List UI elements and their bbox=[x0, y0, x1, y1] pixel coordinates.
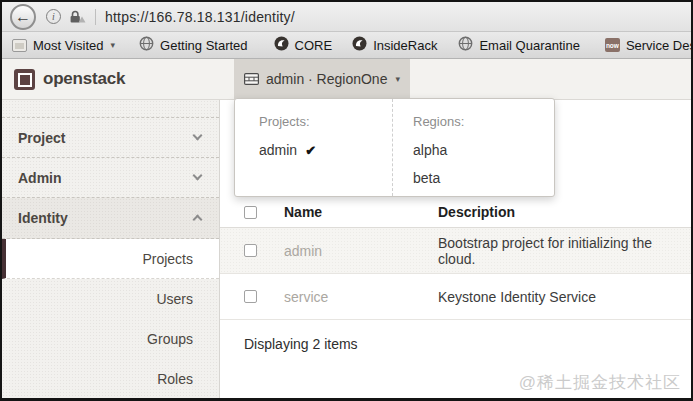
toolbar-separator bbox=[95, 9, 96, 25]
select-all-checkbox[interactable] bbox=[244, 206, 257, 219]
browser-window: ← i https://166.78.18.131/identity/ Most… bbox=[0, 0, 693, 401]
bookmark-core[interactable]: CORE bbox=[274, 36, 333, 54]
now-badge-icon: now bbox=[605, 38, 620, 52]
sidebar-spacer bbox=[2, 100, 219, 118]
row-checkbox[interactable] bbox=[244, 290, 257, 303]
insecure-lock-icon[interactable] bbox=[68, 10, 86, 24]
popup-project-admin[interactable]: admin ✔ bbox=[259, 142, 392, 158]
sidebar-section-admin[interactable]: Admin bbox=[2, 158, 219, 198]
bookmark-getting-started[interactable]: Getting Started bbox=[139, 36, 247, 54]
url-toolbar: ← i https://166.78.18.131/identity/ bbox=[2, 2, 691, 32]
core-logo-icon bbox=[352, 36, 367, 54]
project-description: Keystone Identity Service bbox=[438, 289, 691, 305]
caret-down-icon: ▾ bbox=[395, 74, 400, 84]
chevron-down-icon bbox=[193, 171, 203, 181]
core-logo-icon bbox=[274, 36, 289, 54]
bookmark-email-quarantine[interactable]: Email Quarantine bbox=[458, 36, 579, 54]
projects-table: Name Description admin Bootstrap project… bbox=[220, 197, 691, 352]
back-button[interactable]: ← bbox=[10, 4, 36, 30]
bookmark-service-desk-online[interactable]: now Service Desk Online bbox=[605, 38, 693, 53]
sidebar-section-identity[interactable]: Identity bbox=[2, 198, 219, 239]
table-footer-count: Displaying 2 items bbox=[220, 336, 691, 352]
popup-regions-column: Regions: alpha beta bbox=[393, 99, 556, 196]
info-icon[interactable]: i bbox=[46, 9, 61, 24]
url-bar[interactable]: https://166.78.18.131/identity/ bbox=[105, 9, 295, 25]
brand[interactable]: openstack bbox=[14, 69, 125, 90]
chevron-up-icon bbox=[193, 215, 203, 225]
globe-icon bbox=[139, 36, 154, 54]
popup-projects-column: Projects: admin ✔ bbox=[235, 99, 393, 196]
bookmark-most-visited[interactable]: Most Visited ▾ bbox=[12, 38, 115, 53]
most-visited-thumbnail-icon bbox=[12, 39, 27, 52]
table-row: admin Bootstrap project for initializing… bbox=[220, 228, 691, 274]
back-arrow-icon: ← bbox=[15, 9, 31, 25]
globe-icon bbox=[458, 36, 473, 54]
projects-label: Projects: bbox=[259, 114, 392, 129]
sidebar-item-users[interactable]: Users bbox=[2, 279, 219, 319]
table-row: service Keystone Identity Service bbox=[220, 274, 691, 320]
check-icon: ✔ bbox=[305, 143, 316, 158]
popup-region-alpha[interactable]: alpha bbox=[413, 142, 556, 158]
column-header-name: Name bbox=[284, 204, 438, 220]
project-name-link[interactable]: service bbox=[284, 289, 328, 305]
brand-name: openstack bbox=[43, 69, 125, 89]
bookmark-insiderack[interactable]: InsideRack bbox=[352, 36, 437, 54]
sidebar-item-roles[interactable]: Roles bbox=[2, 359, 219, 399]
caret-down-icon: ▾ bbox=[111, 40, 116, 50]
sidebar-item-groups[interactable]: Groups bbox=[2, 319, 219, 359]
column-header-description: Description bbox=[438, 204, 691, 220]
chevron-down-icon bbox=[193, 131, 203, 141]
bookmarks-bar: Most Visited ▾ Getting Started CORE Insi… bbox=[2, 32, 691, 59]
switcher-label: admin · RegionOne bbox=[266, 71, 387, 87]
regions-label: Regions: bbox=[413, 114, 556, 129]
grid-icon bbox=[244, 73, 259, 85]
project-region-popup: Projects: admin ✔ Regions: alpha beta bbox=[234, 98, 555, 197]
popup-region-beta[interactable]: beta bbox=[413, 170, 556, 186]
app-header: openstack admin · RegionOne ▾ bbox=[2, 59, 691, 100]
row-checkbox[interactable] bbox=[244, 244, 257, 257]
sidebar-section-project[interactable]: Project bbox=[2, 118, 219, 158]
sidebar: Project Admin Identity Projects Users Gr… bbox=[2, 100, 220, 398]
project-description: Bootstrap project for initializing the c… bbox=[438, 235, 691, 267]
project-name-link[interactable]: admin bbox=[284, 243, 322, 259]
openstack-logo-icon bbox=[14, 69, 35, 90]
project-region-switcher-button[interactable]: admin · RegionOne ▾ bbox=[234, 59, 410, 99]
table-header-row: Name Description bbox=[220, 197, 691, 228]
watermark: @稀土掘金技术社区 bbox=[519, 371, 681, 394]
sidebar-item-projects[interactable]: Projects bbox=[2, 239, 219, 279]
